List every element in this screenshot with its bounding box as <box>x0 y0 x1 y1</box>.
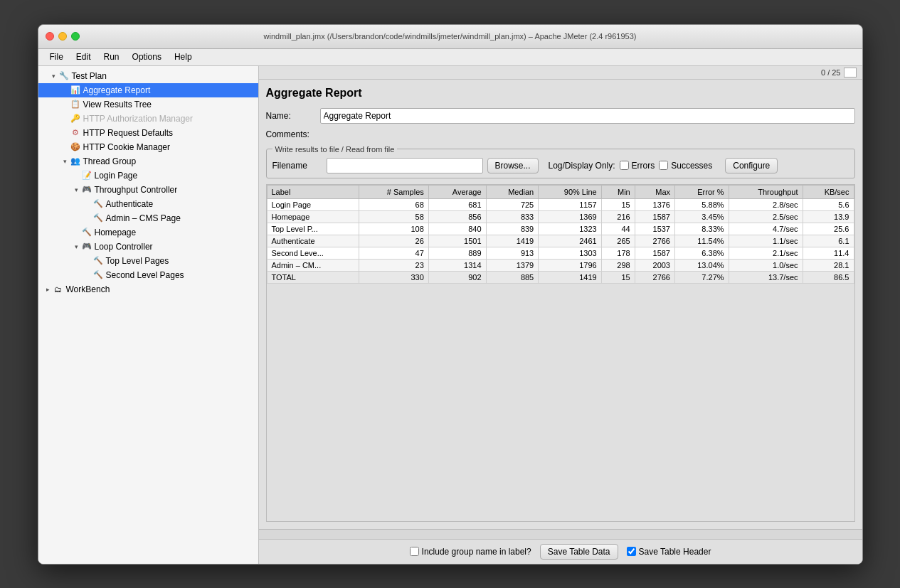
table-cell: 8.33% <box>675 223 729 235</box>
configure-button[interactable]: Configure <box>725 158 778 173</box>
sidebar-item-authenticate[interactable]: 🔨 Authenticate <box>38 197 258 211</box>
table-cell: 47 <box>359 247 429 259</box>
table-cell: 13.9 <box>803 210 854 223</box>
table-cell: 725 <box>486 198 539 210</box>
table-cell: 5.88% <box>675 198 729 210</box>
errors-checkbox[interactable] <box>620 161 629 170</box>
table-cell: 4.7/sec <box>729 223 803 235</box>
include-group-label[interactable]: Include group name in label? <box>410 547 531 557</box>
menu-edit[interactable]: Edit <box>70 50 97 63</box>
file-fieldset: Write results to file / Read from file F… <box>266 145 855 178</box>
name-input[interactable] <box>320 108 855 124</box>
table-cell: 2766 <box>635 235 674 247</box>
table-cell: 1323 <box>539 223 601 235</box>
main-panel: 0 / 25 Aggregate Report Name: Comments: … <box>259 66 862 564</box>
table-cell: 833 <box>486 210 539 223</box>
homepage-icon: 🔨 <box>81 227 92 238</box>
include-group-text: Include group name in label? <box>422 547 531 557</box>
save-table-header-checkbox[interactable] <box>627 547 636 556</box>
sidebar-item-label: Test Plan <box>72 71 107 81</box>
sidebar-item-label: HTTP Request Defaults <box>83 128 174 138</box>
aggregate-report-icon: 📊 <box>70 85 81 96</box>
successes-checkbox-label[interactable]: Successes <box>659 161 712 171</box>
sidebar-item-label: HTTP Authorization Manager <box>83 114 194 124</box>
table-cell: 2.5/sec <box>729 210 803 223</box>
top-level-pages-icon: 🔨 <box>92 255 104 267</box>
errors-checkbox-label[interactable]: Errors <box>620 161 655 171</box>
zoom-button[interactable] <box>71 32 80 41</box>
table-row: Top Level P...10884083913234415378.33%4.… <box>267 223 854 235</box>
sidebar-item-workbench[interactable]: 🗂 WorkBench <box>38 282 258 296</box>
sidebar-item-label: HTTP Cookie Manager <box>83 142 171 152</box>
sidebar: 🔧 Test Plan 📊 Aggregate Report 📋 View Re… <box>38 66 259 564</box>
horizontal-scrollbar[interactable] <box>259 529 862 539</box>
save-table-header-label[interactable]: Save Table Header <box>627 547 711 557</box>
loop-controller-icon: 🎮 <box>81 241 92 252</box>
sidebar-item-homepage[interactable]: 🔨 Homepage <box>38 225 258 240</box>
table-cell: 2766 <box>635 271 674 283</box>
col-header-error: Error % <box>675 185 729 198</box>
sidebar-item-login-page[interactable]: 📝 Login Page <box>38 169 258 183</box>
table-cell: 7.27% <box>675 271 729 283</box>
workbench-icon: 🗂 <box>53 284 64 295</box>
menu-options[interactable]: Options <box>127 50 167 63</box>
col-header-90line: 90% Line <box>539 185 601 198</box>
table-cell: 178 <box>601 247 635 259</box>
table-cell: TOTAL <box>267 271 359 283</box>
save-table-data-button[interactable]: Save Table Data <box>540 544 618 560</box>
filename-input[interactable] <box>327 158 483 173</box>
fieldset-row: Filename Browse... Log/Display Only: Err… <box>272 158 849 173</box>
browse-button[interactable]: Browse... <box>487 158 539 173</box>
table-cell: 265 <box>601 235 635 247</box>
sidebar-item-label: Aggregate Report <box>83 85 151 95</box>
table-cell: 13.04% <box>675 259 729 271</box>
sidebar-item-top-level-pages[interactable]: 🔨 Top Level Pages <box>38 254 258 268</box>
sidebar-item-throughput-controller[interactable]: 🎮 Throughput Controller <box>38 183 258 197</box>
table-cell: 58 <box>359 210 429 223</box>
table-cell: 3.45% <box>675 210 729 223</box>
table-cell: 25.6 <box>803 223 854 235</box>
menu-help[interactable]: Help <box>169 50 198 63</box>
table-cell: 1.0/sec <box>729 259 803 271</box>
table-row: Homepage58856833136921615873.45%2.5/sec1… <box>267 210 854 223</box>
include-group-checkbox[interactable] <box>410 547 419 556</box>
successes-checkbox[interactable] <box>659 161 668 170</box>
table-cell: 6.38% <box>675 247 729 259</box>
table-cell: 902 <box>428 271 486 283</box>
sidebar-item-http-defaults[interactable]: ⚙ HTTP Request Defaults <box>38 126 258 140</box>
sidebar-item-label: Homepage <box>95 228 137 237</box>
table-cell: 1303 <box>539 247 601 259</box>
expand-icon <box>73 186 81 194</box>
sidebar-item-thread-group[interactable]: 👥 Thread Group <box>38 154 258 169</box>
minimize-button[interactable] <box>58 32 67 41</box>
sidebar-item-view-results-tree[interactable]: 📋 View Results Tree <box>38 97 258 112</box>
table-cell: 2.8/sec <box>729 198 803 210</box>
table-cell: 856 <box>428 210 486 223</box>
table-cell: 44 <box>601 223 635 235</box>
menu-run[interactable]: Run <box>98 50 125 63</box>
sidebar-item-http-cookie[interactable]: 🍪 HTTP Cookie Manager <box>38 140 258 154</box>
sidebar-item-test-plan[interactable]: 🔧 Test Plan <box>38 69 258 83</box>
toolbar-counter: 0 / 25 <box>259 66 862 80</box>
menu-file[interactable]: File <box>44 50 69 63</box>
sidebar-item-label: Second Level Pages <box>106 270 184 280</box>
sidebar-item-label: Authenticate <box>106 199 154 209</box>
table-cell: 1314 <box>428 259 486 271</box>
col-header-samples: # Samples <box>359 185 429 198</box>
sidebar-item-second-level-pages[interactable]: 🔨 Second Level Pages <box>38 268 258 282</box>
aggregate-table: Label # Samples Average Median 90% Line … <box>267 185 854 284</box>
test-plan-icon: 🔧 <box>58 70 70 82</box>
table-cell: 1796 <box>539 259 601 271</box>
table-cell: 26 <box>359 235 429 247</box>
sidebar-item-http-auth[interactable]: 🔑 HTTP Authorization Manager <box>38 112 258 126</box>
sidebar-item-admin-cms[interactable]: 🔨 Admin – CMS Page <box>38 211 258 225</box>
table-cell: Second Leve... <box>267 247 359 259</box>
table-cell: 1376 <box>635 198 674 210</box>
sidebar-item-aggregate-report[interactable]: 📊 Aggregate Report <box>38 83 258 97</box>
expand-icon <box>44 285 53 294</box>
close-button[interactable] <box>46 32 54 41</box>
col-header-max: Max <box>635 185 674 198</box>
sidebar-item-loop-controller[interactable]: 🎮 Loop Controller <box>38 240 258 254</box>
table-cell: Top Level P... <box>267 223 359 235</box>
data-table-wrapper: Label # Samples Average Median 90% Line … <box>266 184 855 522</box>
